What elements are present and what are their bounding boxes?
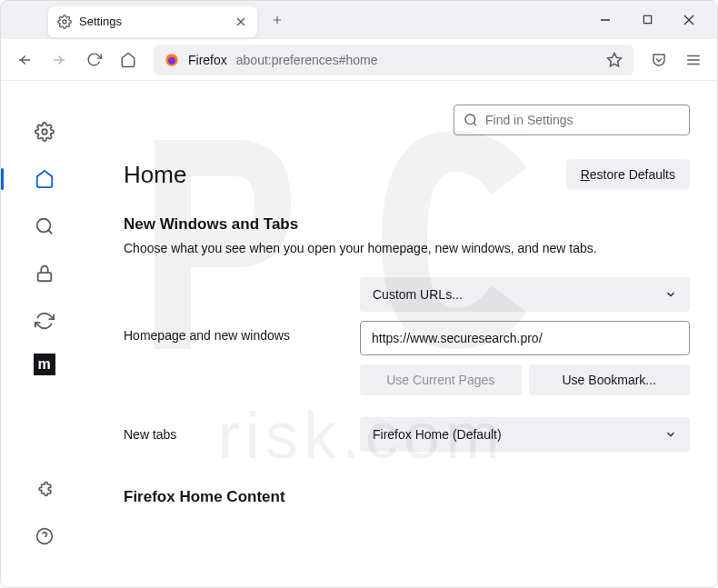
tab-title: Settings [79,15,226,28]
home-icon [35,169,55,189]
search-icon [464,113,478,127]
minimize-icon [600,15,611,25]
svg-rect-21 [37,273,51,281]
puzzle-icon [35,480,54,498]
section-nwt-title: New Windows and Tabs [124,215,690,234]
svg-point-1 [63,20,66,24]
svg-marker-14 [608,53,622,65]
lock-icon [35,264,55,284]
plus-icon [271,14,284,26]
firefox-window: risk.com Settings Firefox about:preferen… [0,0,718,588]
svg-point-24 [465,115,475,125]
sidebar: m [1,81,87,587]
chevron-down-icon [664,288,677,301]
search-icon [35,216,55,236]
use-current-pages-button[interactable]: Use Current Pages [360,364,522,395]
toolbar: Firefox about:preferences#home [1,39,717,81]
gear-icon [57,15,72,29]
tab-bar: Settings [1,1,717,39]
newtabs-select[interactable]: Firefox Home (Default) [360,417,690,452]
section-nwt-desc: Choose what you see when you open your h… [124,241,690,255]
arrow-left-icon [16,52,33,68]
forward-button[interactable] [45,45,74,75]
main-panel: Home Restore Defaults New Windows and Ta… [87,81,717,587]
sidebar-more[interactable]: m [34,354,55,375]
homepage-url-input[interactable] [360,321,690,355]
arrow-right-icon [51,52,67,68]
maximize-icon [643,15,653,25]
sidebar-help[interactable] [30,522,59,551]
homepage-select[interactable]: Custom URLs... [360,277,690,312]
home-button[interactable] [114,45,143,75]
urlbar-path: about:preferences#home [236,53,378,67]
svg-point-19 [36,219,50,233]
close-window-button[interactable] [668,1,710,39]
urlbar-prefix: Firefox [188,53,227,67]
chevron-down-icon [664,428,677,441]
close-icon [683,15,694,25]
homepage-select-value: Custom URLs... [373,287,463,302]
hamburger-icon [685,52,702,68]
reload-icon [86,52,102,67]
sidebar-privacy[interactable] [30,259,59,288]
pocket-icon [651,52,667,68]
use-bookmark-button[interactable]: Use Bookmark... [529,364,691,395]
homepage-label: Homepage and new windows [124,277,360,343]
newtabs-select-value: Firefox Home (Default) [373,427,502,442]
firefox-logo-icon [165,53,179,67]
pocket-button[interactable] [644,45,673,75]
window-controls [584,1,710,39]
page-title: Home [124,161,186,189]
sidebar-sync[interactable] [30,306,59,335]
sidebar-home[interactable] [30,164,59,194]
sidebar-general[interactable] [30,117,59,146]
back-button[interactable] [10,45,39,75]
url-bar[interactable]: Firefox about:preferences#home [154,45,633,75]
section-fhc-title: Firefox Home Content [124,488,690,506]
restore-defaults-button[interactable]: Restore Defaults [566,159,690,190]
sidebar-extensions[interactable] [30,474,59,503]
svg-line-20 [48,230,52,234]
sidebar-search[interactable] [30,212,59,241]
newtabs-label: New tabs [124,427,360,442]
find-in-settings-input[interactable] [485,113,680,127]
menu-button[interactable] [679,45,708,75]
new-tab-button[interactable] [263,5,292,35]
browser-tab[interactable]: Settings [48,6,257,37]
home-icon [120,52,136,68]
close-icon[interactable] [234,15,248,29]
content-area: m Home Restore Defaults New Windows and … [1,81,717,587]
svg-point-13 [168,56,175,64]
svg-line-25 [474,123,476,125]
find-in-settings[interactable] [454,105,690,135]
help-icon [35,527,54,545]
svg-rect-7 [643,15,651,23]
sync-icon [35,311,55,331]
maximize-button[interactable] [626,1,668,39]
svg-point-18 [42,129,47,135]
reload-button[interactable] [79,45,108,75]
gear-icon [35,122,55,142]
minimize-button[interactable] [584,1,626,39]
star-icon[interactable] [606,52,623,68]
